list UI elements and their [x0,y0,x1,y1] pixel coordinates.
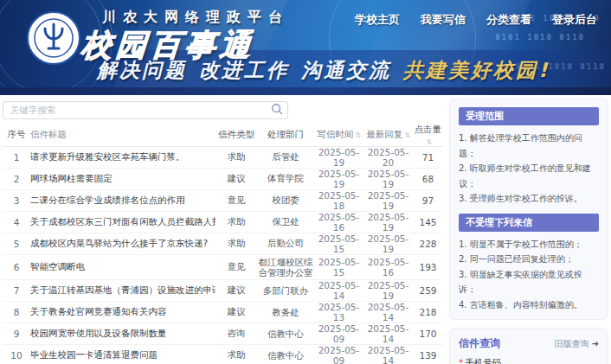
click-count: 71 [413,152,443,163]
row-num: 2 [3,174,30,184]
slogan-part: 解决问题 [97,59,187,81]
reject-scope-item: 3. 明显缺乏事实依据的意见或投诉； [459,267,599,297]
accept-scope-header: 受理范围 [459,107,599,125]
row-num: 8 [3,307,30,317]
written-date: 2025-05-15 [314,233,363,254]
letter-title-link[interactable]: 关于教务处官网竞赛通知有关内容 [30,306,215,318]
table-row[interactable]: 5成都校区内菜鸟驿站为什么接手了京东快递?求助后勤公司2025-05-15202… [3,233,443,255]
letter-title-link[interactable]: 成都校区内菜鸟驿站为什么接手了京东快递? [30,238,215,250]
reply-date: 2025-05-19 [363,233,413,254]
reject-scope-item: 1. 明显不属于学校工作范围的； [459,237,599,252]
slogan-part: 改进工作 [199,59,289,81]
old-version-query-link[interactable]: 旧版查询 ➜ [554,338,599,350]
table-row[interactable]: 4关于成都校区东三门对面有闲散人员拦截路人扫码的问题求助保卫处2025-05-1… [3,212,443,233]
search-icon[interactable] [271,103,283,115]
row-num: 6 [3,262,30,272]
old-version-query-label: 旧版查询 [554,339,588,348]
row-num: 1 [3,152,30,163]
letter-type: 建议 [215,284,257,297]
letter-type: 建议 [215,306,257,318]
written-date: 2025-05-16 [314,212,363,233]
letter-title-link[interactable]: 校园网宽带使用以及设备限制数量 [30,328,215,340]
row-num: 10 [3,350,30,361]
letter-title-link[interactable]: 毕业生校园一卡通清算退费问题 [30,349,215,361]
col-header-reply-label: 最新回复 [366,129,402,139]
handling-dept: 信教中心 [257,348,314,362]
letter-title-link[interactable]: 关于温江转基因基地（青浦园）设施改进的申请 [30,284,215,297]
nav-view-by-category[interactable]: 分类查看 [486,12,531,28]
table-row[interactable]: 2网球场网柱需要固定建议体育学院2025-05-192025-05-1968 [3,169,443,190]
reply-date: 2025-05-19 [363,280,413,301]
nav-login-backend[interactable]: 登录后台 [552,12,597,28]
written-date: 2025-05-15 [314,257,363,278]
letter-type: 求助 [215,216,257,228]
table-row[interactable]: 9校园网宽带使用以及设备限制数量咨询信教中心2025-05-092025-05-… [3,323,443,345]
handling-dept: 体育学院 [257,171,314,185]
col-header-reply[interactable]: 最新回复⇅ [363,129,413,141]
handling-dept: 多部门联办 [257,284,314,297]
table-row[interactable]: 6智能空调断电意见都江堰校区综合管理办公室2025-05-152025-05-1… [3,255,443,280]
click-count: 97 [413,195,443,206]
sort-icon[interactable]: ⇅ [404,131,410,139]
row-num: 3 [3,195,30,206]
col-header-title: 信件标题 [30,129,215,141]
search-input[interactable] [3,101,288,119]
handling-dept: 后管处 [257,150,314,163]
reject-scope-list: 1. 明显不属于学校工作范围的；2. 同一问题已经回复处理的；3. 明显缺乏事实… [459,237,599,313]
accept-scope-item: 1. 解答处理学校工作范围内的问题； [459,131,599,161]
table-row[interactable]: 8关于教务处官网竞赛通知有关内容建议教务处2025-05-132025-05-1… [3,302,443,323]
accept-scope-list: 1. 解答处理学校工作范围内的问题；2. 听取师生对学校工作的意见和建议；3. … [459,131,599,207]
letter-title-link[interactable]: 网球场网柱需要固定 [30,173,215,185]
nav-school-home[interactable]: 学校主页 [355,12,400,28]
row-num: 5 [3,239,30,249]
binary-decoration: 0101 1010 0110 [495,33,585,42]
reply-date: 2025-05-19 [363,212,413,233]
reply-date: 2025-05-19 [363,169,413,189]
reply-date: 2025-05-16 [363,257,413,278]
nav-write-letter[interactable]: 我要写信 [421,12,466,28]
university-logo[interactable] [26,10,81,66]
sort-icon[interactable]: ⇅ [426,138,432,146]
handling-dept: 保卫处 [257,214,314,228]
reject-scope-item: 4. 言语粗鲁、内容特别偏激的。 [459,297,599,313]
table-row[interactable]: 7关于温江转基因基地（青浦园）设施改进的申请建议多部门联办2025-05-142… [3,280,443,302]
table-row[interactable]: 1请求更新升级雅安校区幸苑车辆门禁。求助后管处2025-05-192025-05… [3,147,443,169]
col-header-written-label: 写信时间 [317,129,353,139]
handling-dept: 都江堰校区综合管理办公室 [257,255,314,279]
letter-title-link[interactable]: 请求更新升级雅安校区幸苑车辆门禁。 [30,151,215,163]
reject-scope-item: 2. 同一问题已经回复处理的； [459,252,599,267]
letter-type: 意见 [215,195,257,207]
reply-date: 2025-05-14 [363,323,413,344]
letter-type: 求助 [215,151,257,163]
letter-query-title: 信件查询 [459,336,500,351]
row-num: 4 [3,217,30,227]
sort-icon[interactable]: ⇅ [355,131,361,139]
phone-label: *手机号码 [459,357,599,364]
table-row[interactable]: 3二课分在综合学业成绩排名位点的作用意见校团委2025-05-182025-05… [3,190,443,212]
table-row[interactable]: 10毕业生校园一卡通清算退费问题求助信教中心2025-05-092025-05-… [3,345,443,364]
letter-type: 求助 [215,238,257,250]
letter-title-link[interactable]: 二课分在综合学业成绩排名位点的作用 [30,195,215,207]
page: 0101 1010 0110 0101 1010 0110 0101 1010 … [0,0,611,364]
written-date: 2025-05-09 [314,345,363,364]
letter-title-link[interactable]: 关于成都校区东三门对面有闲散人员拦截路人扫码的问题 [30,216,215,228]
reply-date: 2025-05-14 [363,302,413,322]
click-count: 139 [413,350,443,361]
col-header-clicks[interactable]: 点击量⇅ [413,124,443,146]
letter-type: 意见 [215,261,257,273]
col-header-num: 序号 [3,129,30,141]
click-count: 170 [413,329,443,339]
sidebar: 受理范围 1. 解答处理学校工作范围内的问题；2. 听取师生对学校工作的意见和建… [449,99,608,364]
click-count: 218 [413,307,443,317]
accept-scope-item: 2. 听取师生对学校工作的意见和建议； [459,161,599,191]
top-nav: 学校主页 我要写信 分类查看 登录后台 [355,12,597,28]
arrow-right-icon: ➜ [592,339,599,348]
letter-query-card: 信件查询 旧版查询 ➜ *手机号码 获取验证码 *短信验证码 查询信件 [449,328,608,364]
letter-title-link[interactable]: 智能空调断电 [30,261,215,273]
reply-date: 2025-05-14 [363,345,413,364]
accept-scope-item: 3. 受理师生对学校工作的投诉。 [459,191,599,207]
click-count: 68 [413,174,443,184]
col-header-type: 信件类型 [215,129,257,141]
col-header-written[interactable]: 写信时间⇅ [314,129,363,141]
col-header-dept: 处理部门 [257,127,314,141]
